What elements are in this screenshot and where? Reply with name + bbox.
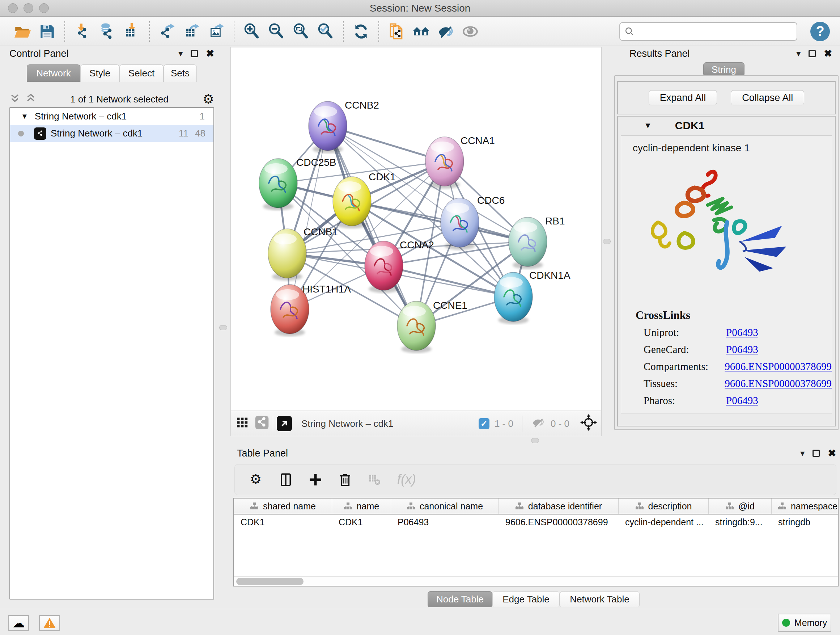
- table-cell[interactable]: cyclin-dependent ...: [619, 517, 709, 527]
- expand-triangle-icon[interactable]: ▼: [21, 112, 28, 120]
- help-button[interactable]: ?: [810, 22, 830, 41]
- export-table-icon[interactable]: [180, 20, 204, 43]
- string-home-icon[interactable]: [409, 20, 433, 43]
- tab-style[interactable]: Style: [80, 65, 119, 82]
- column-header-shared-name[interactable]: shared name: [234, 499, 332, 514]
- collapse-triangle-icon[interactable]: ▼: [644, 121, 652, 130]
- node-CDC6[interactable]: [441, 198, 479, 247]
- column-header-description[interactable]: description: [619, 499, 709, 514]
- column-header--id[interactable]: @id: [709, 499, 772, 514]
- zoom-out-icon[interactable]: [264, 20, 289, 43]
- scrollbar-thumb[interactable]: [236, 578, 303, 585]
- table-panel-float-icon[interactable]: [813, 450, 820, 457]
- right-splitter-handle[interactable]: [603, 239, 611, 244]
- show-columns-icon[interactable]: [278, 472, 294, 487]
- node-RB1[interactable]: [508, 217, 547, 266]
- column-header-database-identifier[interactable]: database identifier: [499, 499, 619, 514]
- table-cell[interactable]: CDK1: [234, 517, 332, 527]
- close-window-button[interactable]: [8, 3, 18, 13]
- node-CCNA2[interactable]: [365, 241, 403, 290]
- zoom-in-icon[interactable]: [240, 20, 264, 43]
- expand-all-icon[interactable]: [25, 93, 36, 106]
- node-CDC25B[interactable]: [259, 158, 297, 208]
- zoom-selected-icon[interactable]: [313, 20, 338, 43]
- node-CCNA1[interactable]: [425, 137, 464, 186]
- table-cell[interactable]: P06493: [391, 517, 499, 527]
- show-hide-panels-icon[interactable]: [433, 20, 458, 43]
- table-horizontal-scrollbar[interactable]: [234, 576, 838, 586]
- birds-eye-view-icon[interactable]: [277, 416, 292, 431]
- column-header-canonical-name[interactable]: canonical name: [391, 499, 499, 514]
- crosslink-link[interactable]: 9606.ENSP00000378699: [725, 378, 832, 390]
- node-CDKN1A[interactable]: [494, 272, 532, 321]
- horizontal-splitter-handle[interactable]: [531, 438, 539, 443]
- collapse-all-icon[interactable]: [9, 93, 20, 106]
- tab-edge-table[interactable]: Edge Table: [493, 591, 560, 607]
- network-tree-row[interactable]: ▼String Network – cdk11: [10, 108, 213, 125]
- view-grid-icon[interactable]: [235, 415, 249, 432]
- zoom-window-button[interactable]: [39, 3, 49, 13]
- node-CCNB2[interactable]: [309, 101, 347, 150]
- string-import-icon[interactable]: [384, 20, 409, 43]
- table-settings-icon[interactable]: ⚙: [248, 472, 264, 488]
- crosslink-link[interactable]: P06493: [726, 326, 758, 339]
- export-image-icon[interactable]: [204, 20, 229, 43]
- view-share-icon[interactable]: [255, 415, 269, 432]
- expand-all-button[interactable]: Expand All: [649, 90, 717, 105]
- zoom-fit-content-icon[interactable]: [289, 20, 313, 43]
- network-canvas[interactable]: CCNB2CCNA1CDC25BCDK1CDC6RB1CCNB1CCNA2CDK…: [231, 47, 602, 411]
- crosslink-link[interactable]: P06493: [726, 344, 758, 356]
- create-column-icon[interactable]: [308, 472, 323, 487]
- tab-node-table[interactable]: Node Table: [428, 591, 493, 607]
- control-panel-close-icon[interactable]: ✖: [206, 48, 214, 59]
- import-network-from-file-icon[interactable]: [70, 20, 95, 43]
- import-network-from-database-icon[interactable]: [95, 20, 119, 43]
- collapse-all-button[interactable]: Collapse All: [731, 90, 804, 105]
- crosslink-link[interactable]: 9606.ENSP00000378699: [725, 361, 832, 372]
- import-table-from-file-icon[interactable]: [119, 20, 144, 43]
- eye-disabled-icon[interactable]: [458, 20, 483, 43]
- toolbar-divider: [343, 21, 344, 42]
- search-box[interactable]: [619, 22, 797, 41]
- table-row[interactable]: CDK1CDK1P064939606.ENSP00000378699cyclin…: [234, 515, 838, 530]
- tab-network[interactable]: Network: [27, 65, 80, 82]
- results-panel-close-icon[interactable]: ✖: [824, 48, 832, 59]
- node-CDK1[interactable]: [333, 177, 371, 226]
- control-panel-menu-icon[interactable]: ▾: [178, 49, 183, 59]
- hidden-eye-icon[interactable]: [531, 416, 546, 431]
- table-cell[interactable]: 9606.ENSP00000378699: [499, 517, 619, 527]
- column-header-name[interactable]: name: [332, 499, 391, 514]
- save-session-icon[interactable]: [35, 20, 59, 43]
- fit-selected-crosshair-icon[interactable]: [580, 414, 597, 433]
- node-CCNE1[interactable]: [397, 301, 436, 350]
- node-CCNB1[interactable]: [268, 229, 306, 278]
- table-cell[interactable]: stringdb: [772, 517, 838, 527]
- memory-button[interactable]: Memory: [778, 614, 831, 632]
- open-session-icon[interactable]: [10, 20, 35, 43]
- table-panel-close-icon[interactable]: ✖: [828, 448, 836, 459]
- table-cell[interactable]: stringdb:9...: [709, 517, 772, 527]
- cdk1-section-header[interactable]: ▼ CDK1: [618, 117, 835, 135]
- tab-string[interactable]: String: [703, 62, 745, 77]
- table-panel-menu-icon[interactable]: ▾: [800, 448, 805, 458]
- refresh-view-icon[interactable]: [349, 20, 373, 43]
- network-options-gear-icon[interactable]: ⚙: [202, 92, 214, 107]
- cloud-button[interactable]: ☁: [8, 615, 29, 631]
- warnings-button[interactable]: [39, 615, 60, 631]
- results-panel-float-icon[interactable]: [808, 50, 816, 57]
- tab-network-table[interactable]: Network Table: [560, 591, 639, 607]
- delete-column-icon[interactable]: [338, 472, 353, 487]
- crosslink-link[interactable]: P06493: [726, 394, 758, 407]
- tab-select[interactable]: Select: [119, 65, 164, 82]
- tab-sets[interactable]: Sets: [164, 65, 197, 82]
- network-tree-row[interactable]: String Network – cdk11148: [10, 125, 213, 142]
- table-cell[interactable]: CDK1: [332, 517, 391, 527]
- search-input[interactable]: [635, 26, 792, 37]
- left-splitter-handle[interactable]: [219, 325, 227, 330]
- minimize-window-button[interactable]: [24, 3, 33, 13]
- control-panel-float-icon[interactable]: [191, 50, 198, 57]
- column-header-namespace[interactable]: namespace: [772, 499, 838, 514]
- results-panel-menu-icon[interactable]: ▾: [796, 49, 801, 59]
- selected-checkbox-icon[interactable]: ✓: [478, 418, 489, 429]
- export-network-icon[interactable]: [155, 20, 180, 43]
